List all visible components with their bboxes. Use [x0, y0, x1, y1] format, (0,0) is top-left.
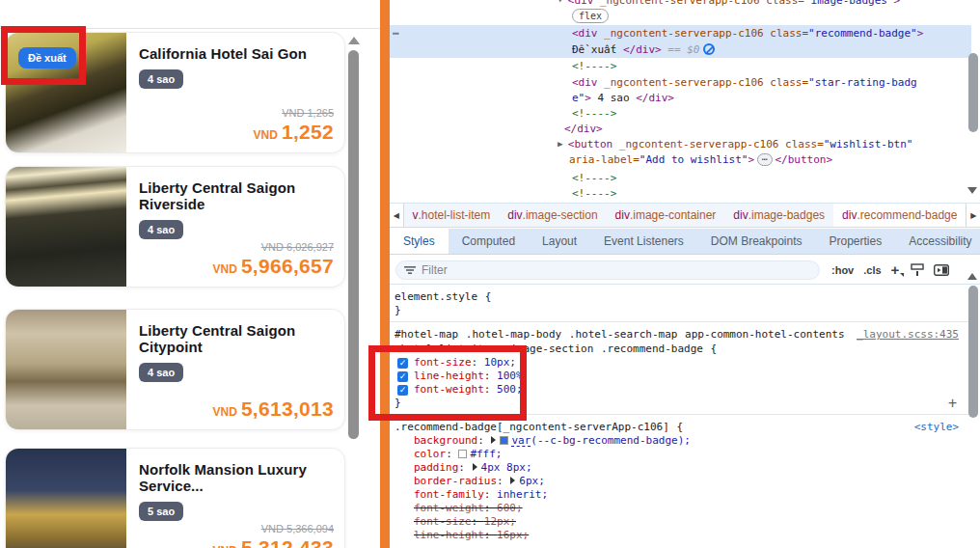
css-property[interactable]: padding: 4px 8px; — [395, 461, 968, 475]
price-box: VND 5,366,094VND5,312,433 — [213, 523, 334, 548]
dom-tree-line[interactable]: <!----> — [572, 185, 616, 202]
breadcrumb-right-icon[interactable]: ▶ — [966, 204, 980, 227]
computed-sidebar-toggle-icon[interactable] — [934, 264, 949, 276]
inspect-marker-icon — [703, 43, 715, 55]
filter-placeholder: Filter — [422, 263, 448, 277]
hotel-card-body: Norfolk Mansion Luxury Service...5 saoVN… — [126, 449, 344, 548]
expand-node-icon[interactable]: ⋯ — [757, 153, 772, 166]
star-rating-badge: 4 sao — [139, 69, 183, 89]
hotel-card-body: Liberty Central Saigon Riverside4 saoVND… — [126, 167, 344, 287]
hotel-photo — [6, 167, 126, 287]
new-style-rule-button[interactable]: + — [891, 261, 900, 278]
expand-value-icon[interactable] — [491, 436, 496, 444]
scroll-up-icon[interactable] — [967, 273, 977, 280]
toggle-hover-state-button[interactable]: :hov — [831, 264, 854, 276]
tab-computed[interactable]: Computed — [449, 229, 529, 254]
tab-accessibility[interactable]: Accessibility — [895, 229, 980, 254]
expand-value-icon[interactable] — [473, 463, 477, 471]
tab-layout[interactable]: Layout — [529, 229, 590, 254]
flex-badge[interactable]: flex — [572, 9, 609, 23]
breadcrumb-left-icon[interactable]: ◀ — [390, 204, 404, 227]
current-price: VND5,312,433 — [213, 536, 334, 548]
dom-tree-line[interactable]: ▾ <div _ngcontent-serverapp-c106 class="… — [558, 0, 900, 9]
tab-event-listeners[interactable]: Event Listeners — [590, 229, 697, 254]
breadcrumb-item[interactable]: div.image-container — [607, 204, 725, 227]
screenshot-root: Đề xuấtCalifornia Hotel Sai Gon4 saoVND … — [0, 0, 980, 548]
styles-scrollbar[interactable] — [968, 286, 978, 418]
breadcrumb-item[interactable]: div.image-section — [499, 204, 606, 227]
css-var-link[interactable]: var — [511, 434, 531, 447]
hotel-card-body: Liberty Central Saigon Citypoint4 saoVND… — [126, 310, 344, 429]
star-rating-badge: 5 sao — [139, 502, 183, 521]
breadcrumb-item[interactable]: v.hotel-list-item — [404, 204, 500, 227]
css-property[interactable]: font-family: inherit; — [395, 488, 968, 502]
dom-tree-line[interactable]: <!----> — [572, 105, 616, 122]
filter-icon — [404, 265, 416, 275]
dom-tree-line[interactable]: <div _ngcontent-serverapp-c106 class="st… — [572, 74, 917, 91]
current-price: VND1,252 — [254, 121, 334, 144]
hotel-photo — [6, 310, 126, 429]
dom-tree-line[interactable]: Đề xuất </div> == $0 — [572, 41, 715, 58]
tab-properties[interactable]: Properties — [816, 229, 896, 254]
price-box: VND 6,026,927VND5,966,657 — [213, 241, 334, 278]
css-rule[interactable]: element.style {} — [390, 285, 968, 321]
dom-tree-line[interactable]: <div _ngcontent-serverapp-c106 class="re… — [572, 25, 923, 41]
old-price: VND 5,366,094 — [213, 523, 334, 534]
css-property[interactable]: color: #fff; — [395, 448, 968, 461]
breadcrumb-item[interactable]: div.image-badges — [724, 204, 833, 227]
scroll-down-icon[interactable] — [967, 187, 977, 194]
css-selector: element.style { — [395, 289, 885, 304]
toggle-class-button[interactable]: .cls — [863, 264, 881, 276]
color-swatch[interactable] — [500, 436, 508, 445]
hotel-card-body: California Hotel Sai Gon4 saoVND 1,265VN… — [126, 33, 344, 152]
tab-styles[interactable]: Styles — [390, 229, 449, 254]
add-property-icon[interactable]: + — [948, 395, 957, 412]
css-rule[interactable]: .recommend-badge[_ngcontent-serverApp-c1… — [390, 415, 968, 546]
old-price: VND 6,026,927 — [213, 241, 334, 253]
css-property[interactable]: font-size: 12px; — [395, 515, 968, 529]
hotel-name: Liberty Central Saigon Citypoint — [139, 322, 332, 355]
old-price: VND 1,265 — [254, 107, 334, 119]
hotel-card[interactable]: Liberty Central Saigon Riverside4 saoVND… — [5, 166, 345, 288]
elements-tree: ⋯ ▾ <div _ngcontent-serverapp-c106 class… — [390, 0, 980, 203]
dom-tree-line[interactable]: <!----> — [572, 170, 616, 186]
hotel-photo — [6, 449, 126, 548]
filter-input[interactable]: Filter — [395, 260, 820, 280]
dom-tree-line[interactable]: aria-label="Add to wishlist">⋯</button> — [569, 151, 832, 168]
stylesheet-link[interactable]: _layout.scss:435 — [857, 328, 959, 341]
price-box: VND5,613,013 — [213, 397, 334, 421]
page-header — [0, 0, 380, 29]
stylesheet-link[interactable]: <style> — [914, 421, 959, 433]
devtools-divider[interactable] — [380, 0, 390, 548]
dom-tree-line[interactable]: <!----> — [572, 58, 616, 74]
css-property[interactable]: border-radius: 6px; — [395, 475, 968, 488]
hotel-card[interactable]: Norfolk Mansion Luxury Service...5 saoVN… — [5, 448, 345, 548]
price-box: VND 1,265VND1,252 — [254, 107, 334, 144]
annotation-rect-badge — [1, 26, 86, 85]
hotel-name: Liberty Central Saigon Riverside — [139, 179, 332, 212]
styles-filter-row: Filter :hov .cls + — [390, 256, 980, 285]
css-property[interactable]: line-height: 16px; — [395, 529, 968, 542]
hotel-card[interactable]: Liberty Central Saigon Citypoint4 saoVND… — [5, 309, 345, 430]
color-swatch[interactable] — [458, 450, 467, 458]
scroll-up-icon[interactable] — [348, 37, 360, 44]
styles-tab-bar: StylesComputedLayoutEvent ListenersDOM B… — [390, 229, 980, 255]
element-options-icon[interactable]: ⋯ — [393, 27, 400, 40]
css-property[interactable]: font-weight: 600; — [395, 502, 968, 515]
hotel-name: California Hotel Sai Gon — [139, 45, 332, 62]
rendering-brush-icon[interactable] — [911, 263, 924, 277]
elements-scrollbar[interactable] — [968, 53, 978, 132]
annotation-rect-css-props — [368, 345, 527, 421]
dom-tree-line[interactable]: </div> — [564, 121, 603, 137]
css-selector: .recommend-badge[_ngcontent-serverApp-c1… — [395, 420, 885, 434]
breadcrumb: ◀ v.hotel-list-itemdiv.image-sectiondiv.… — [390, 203, 980, 228]
hotel-list-scrollbar[interactable] — [348, 50, 359, 439]
breadcrumb-item[interactable]: div.recommend-badge — [833, 204, 966, 227]
expand-value-icon[interactable] — [510, 477, 515, 484]
tab-dom-breakpoints[interactable]: DOM Breakpoints — [697, 229, 816, 254]
dom-tree-line[interactable]: ▶ <button _ngcontent-serverapp-c106 clas… — [558, 136, 912, 152]
dom-tree-line[interactable]: e"> 4 sao </div> — [572, 90, 674, 106]
dom-tree-line[interactable]: flex — [572, 8, 609, 24]
css-property[interactable]: background: var(--c-bg-recommend-badge); — [395, 434, 968, 448]
current-price: VND5,966,657 — [213, 255, 334, 278]
